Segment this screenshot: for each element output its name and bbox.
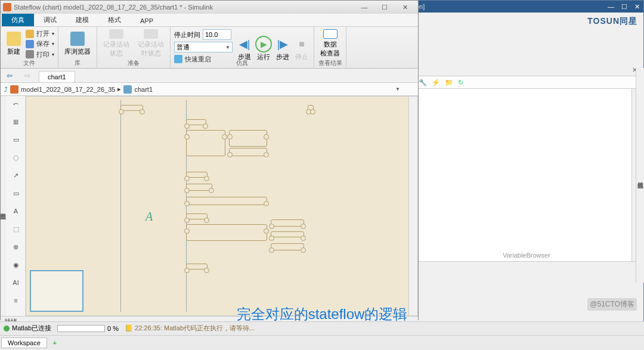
state-block[interactable]	[186, 172, 208, 178]
simulink-window: Stateflow (chart) model1_2022_08_17_22_2…	[0, 0, 419, 320]
state-block[interactable]	[186, 119, 206, 125]
secondary-min-button[interactable]: —	[608, 3, 614, 10]
titlebar: Stateflow (chart) model1_2022_08_17_22_2…	[1, 1, 418, 14]
palette: ⤺⊞▭◌↗▭A⬚⊗◉AI≡	[7, 96, 26, 316]
library-icon	[70, 32, 85, 46]
palette-tool-4[interactable]: ↗	[10, 170, 22, 181]
palette-tool-1[interactable]: ⊞	[10, 116, 22, 127]
palette-tool-10[interactable]: AI	[10, 277, 22, 288]
log-active-label: 记录活动 状态	[103, 40, 129, 58]
state-block[interactable]	[229, 130, 267, 147]
save-button[interactable]: 保存▾	[26, 39, 54, 48]
ribbon-body: 新建 打开▾ 保存▾ 打印▾ 文件 库浏览器 库 记	[1, 27, 418, 69]
palette-tool-5[interactable]: ▭	[10, 188, 22, 199]
library-label: 库浏览器	[64, 47, 91, 56]
ribbon-group-simulation: 停止时间 普通▼ 快速重启 ◀|步退 ▶运行 |▶步进 ■停止 仿真	[171, 27, 314, 68]
secondary-canvas[interactable]: VariableBrowser	[414, 89, 641, 262]
sim-mode-dropdown[interactable]: 普通▼	[174, 42, 233, 52]
matlab-status: Matlab已连接	[4, 324, 51, 333]
canvas-viewport[interactable]: A	[26, 96, 418, 316]
step-forward-button[interactable]: |▶	[274, 36, 291, 52]
tab-app[interactable]: APP	[131, 16, 163, 26]
palette-tool-3[interactable]: ◌	[10, 152, 22, 163]
ribbon-group-prepare: 记录活动 状态 记录活动 叶状态 准备	[97, 27, 171, 68]
stateflow-canvas[interactable]: A	[26, 97, 417, 315]
tab-modeling[interactable]: 建模	[66, 14, 98, 26]
data-inspector-button[interactable]: 数据 检查器	[318, 28, 342, 59]
progress-bar	[57, 325, 105, 332]
palette-tool-6[interactable]: A	[10, 206, 22, 216]
ribbon-group-library: 库浏览器 库	[58, 27, 97, 68]
state-block[interactable]	[186, 197, 267, 205]
log-active-state-button: 记录活动 状态	[101, 28, 132, 59]
state-block[interactable]	[271, 243, 304, 250]
palette-tool-7[interactable]: ⬚	[10, 224, 22, 234]
property-inspector-rail[interactable]: 属性检查器	[636, 68, 644, 283]
close-button[interactable]: ✕	[398, 4, 412, 11]
state-block[interactable]	[271, 231, 304, 237]
maximize-button[interactable]: ☐	[377, 4, 392, 11]
palette-tool-11[interactable]: ≡	[10, 295, 22, 306]
library-browser-button[interactable]: 库浏览器	[62, 28, 93, 59]
tosun-logo: TOSUN同星	[587, 16, 637, 27]
matlab-status-label: Matlab已连接	[12, 324, 51, 333]
breadcrumb-chart[interactable]: chart1	[134, 86, 153, 93]
secondary-max-button[interactable]: ☐	[621, 3, 627, 11]
state-block[interactable]	[186, 264, 208, 270]
secondary-close-button[interactable]: ✕	[634, 3, 640, 11]
run-button[interactable]: ▶	[255, 36, 272, 52]
new-button[interactable]: 新建	[4, 28, 23, 59]
state-block[interactable]	[120, 105, 143, 111]
state-block[interactable]	[229, 148, 267, 156]
add-tab-button[interactable]: +	[48, 337, 61, 349]
breadcrumb-model[interactable]: model1_2022_08_17_22_26_35	[21, 86, 115, 93]
document-tab-bar: ⇦ ⇨ chart1	[1, 69, 418, 83]
state-block[interactable]	[186, 224, 267, 241]
workspace-tab[interactable]: Workspace	[1, 337, 47, 348]
model-browser-rail[interactable]: 模型浏览器	[1, 96, 7, 316]
palette-tool-0[interactable]: ⤺	[10, 98, 22, 109]
state-block[interactable]	[271, 219, 304, 227]
tool-open-icon[interactable]: 📁	[445, 79, 453, 86]
breadcrumb-dropdown-icon[interactable]: ▼	[395, 86, 400, 92]
palette-tool-2[interactable]: ▭	[10, 134, 22, 145]
tab-format[interactable]: 格式	[98, 14, 131, 26]
state-block[interactable]	[186, 184, 212, 191]
tool-refresh-icon[interactable]: ↻	[458, 79, 463, 86]
editor-area: 模型浏览器 ⤺⊞▭◌↗▭A⬚⊗◉AI≡ A	[1, 96, 418, 316]
overview-thumbnail[interactable]	[30, 270, 83, 312]
minimize-button[interactable]: —	[357, 4, 371, 11]
nav-forward-button[interactable]: ⇨	[24, 72, 30, 80]
stop-button[interactable]: ■	[293, 36, 310, 52]
breadcrumb-up-icon[interactable]: ⤴	[4, 86, 8, 93]
step-back-button[interactable]: ◀|	[236, 36, 253, 52]
open-button[interactable]: 打开▾	[26, 29, 54, 38]
library-group-label: 库	[58, 59, 97, 67]
state-block[interactable]	[186, 130, 225, 156]
model-icon	[10, 85, 18, 94]
palette-tool-9[interactable]: ◉	[10, 259, 22, 270]
nav-back-button[interactable]: ⇦	[7, 72, 13, 80]
chevron-down-icon: ▼	[225, 45, 230, 50]
tool-wrench-icon[interactable]: 🔧	[419, 79, 427, 86]
tool-bolt-icon[interactable]: ⚡	[432, 79, 440, 86]
file-group-label: 文件	[1, 59, 58, 67]
log-active-icon	[109, 29, 123, 39]
print-button[interactable]: 打印▾	[26, 50, 54, 59]
log-leaf-state-button: 记录活动 叶状态	[135, 28, 166, 59]
new-icon	[7, 32, 21, 46]
secondary-toolbar: 🔧 ⚡ 📁 ↻	[414, 76, 641, 89]
tab-debug[interactable]: 调试	[34, 14, 66, 26]
palette-tool-8[interactable]: ⊗	[10, 241, 22, 252]
stop-time-input[interactable]	[203, 29, 231, 40]
stop-time-label: 停止时间	[174, 30, 200, 39]
new-label: 新建	[7, 47, 20, 56]
document-tab-chart1[interactable]: chart1	[39, 71, 75, 82]
prepare-group-label: 准备	[97, 59, 170, 67]
print-icon	[26, 50, 34, 58]
state-block[interactable]	[308, 105, 314, 111]
state-block[interactable]	[186, 213, 208, 219]
ribbon-group-review: 数据 检查器 查看结果	[314, 27, 346, 68]
tab-simulation[interactable]: 仿真	[2, 14, 34, 26]
secondary-window: on] — ☐ ✕ TOSUN同星 ✕ 🔧 ⚡ 📁 ↻ VariableBrow…	[411, 0, 644, 334]
